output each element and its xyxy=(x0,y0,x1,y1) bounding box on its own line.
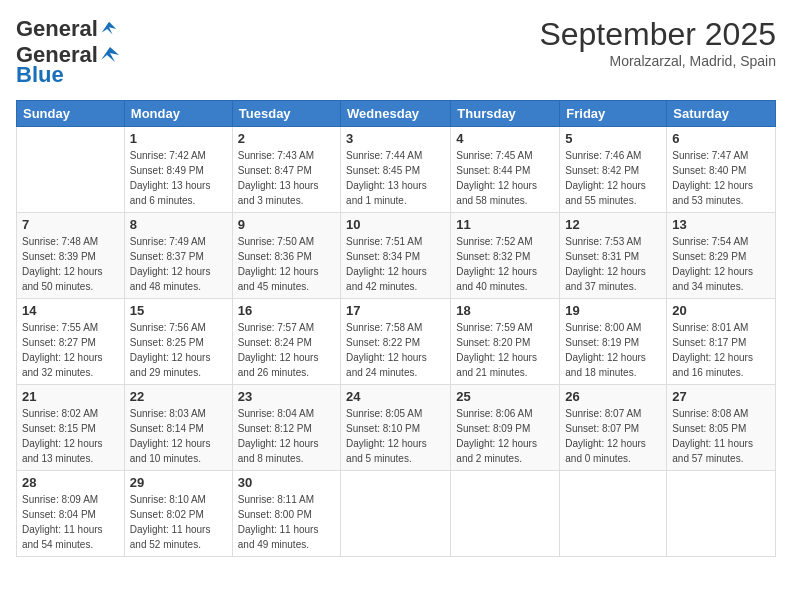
month-title: September 2025 xyxy=(539,16,776,53)
day-cell: 19 Sunrise: 8:00 AMSunset: 8:19 PMDaylig… xyxy=(560,299,667,385)
day-number: 11 xyxy=(456,217,554,232)
day-number: 9 xyxy=(238,217,335,232)
day-number: 18 xyxy=(456,303,554,318)
day-number: 26 xyxy=(565,389,661,404)
day-cell xyxy=(341,471,451,557)
day-number: 17 xyxy=(346,303,445,318)
logo-icon xyxy=(99,44,121,66)
day-number: 6 xyxy=(672,131,770,146)
day-info: Sunrise: 8:09 AMSunset: 8:04 PMDaylight:… xyxy=(22,492,119,552)
day-cell: 15 Sunrise: 7:56 AMSunset: 8:25 PMDaylig… xyxy=(124,299,232,385)
day-info: Sunrise: 8:02 AMSunset: 8:15 PMDaylight:… xyxy=(22,406,119,466)
day-number: 27 xyxy=(672,389,770,404)
day-info: Sunrise: 8:00 AMSunset: 8:19 PMDaylight:… xyxy=(565,320,661,380)
day-number: 3 xyxy=(346,131,445,146)
day-number: 29 xyxy=(130,475,227,490)
logo-general: General xyxy=(16,16,98,42)
day-cell: 2 Sunrise: 7:43 AMSunset: 8:47 PMDayligh… xyxy=(232,127,340,213)
week-row-3: 14 Sunrise: 7:55 AMSunset: 8:27 PMDaylig… xyxy=(17,299,776,385)
day-info: Sunrise: 7:53 AMSunset: 8:31 PMDaylight:… xyxy=(565,234,661,294)
day-cell: 3 Sunrise: 7:44 AMSunset: 8:45 PMDayligh… xyxy=(341,127,451,213)
header-monday: Monday xyxy=(124,101,232,127)
page-header: General General Blue September 2025 Mora… xyxy=(16,16,776,88)
day-cell: 14 Sunrise: 7:55 AMSunset: 8:27 PMDaylig… xyxy=(17,299,125,385)
day-number: 19 xyxy=(565,303,661,318)
week-row-4: 21 Sunrise: 8:02 AMSunset: 8:15 PMDaylig… xyxy=(17,385,776,471)
day-info: Sunrise: 7:47 AMSunset: 8:40 PMDaylight:… xyxy=(672,148,770,208)
day-number: 4 xyxy=(456,131,554,146)
calendar-table: SundayMondayTuesdayWednesdayThursdayFrid… xyxy=(16,100,776,557)
header-saturday: Saturday xyxy=(667,101,776,127)
day-info: Sunrise: 8:10 AMSunset: 8:02 PMDaylight:… xyxy=(130,492,227,552)
day-info: Sunrise: 8:04 AMSunset: 8:12 PMDaylight:… xyxy=(238,406,335,466)
logo: General General Blue xyxy=(16,16,121,88)
title-block: September 2025 Moralzarzal, Madrid, Spai… xyxy=(539,16,776,69)
week-row-2: 7 Sunrise: 7:48 AMSunset: 8:39 PMDayligh… xyxy=(17,213,776,299)
logo-text: General xyxy=(16,16,118,42)
header-wednesday: Wednesday xyxy=(341,101,451,127)
day-cell: 17 Sunrise: 7:58 AMSunset: 8:22 PMDaylig… xyxy=(341,299,451,385)
day-info: Sunrise: 7:57 AMSunset: 8:24 PMDaylight:… xyxy=(238,320,335,380)
day-cell: 4 Sunrise: 7:45 AMSunset: 8:44 PMDayligh… xyxy=(451,127,560,213)
day-cell xyxy=(560,471,667,557)
header-sunday: Sunday xyxy=(17,101,125,127)
day-info: Sunrise: 7:48 AMSunset: 8:39 PMDaylight:… xyxy=(22,234,119,294)
day-number: 13 xyxy=(672,217,770,232)
day-cell: 25 Sunrise: 8:06 AMSunset: 8:09 PMDaylig… xyxy=(451,385,560,471)
day-cell xyxy=(667,471,776,557)
day-cell: 26 Sunrise: 8:07 AMSunset: 8:07 PMDaylig… xyxy=(560,385,667,471)
week-row-1: 1 Sunrise: 7:42 AMSunset: 8:49 PMDayligh… xyxy=(17,127,776,213)
day-info: Sunrise: 8:01 AMSunset: 8:17 PMDaylight:… xyxy=(672,320,770,380)
location: Moralzarzal, Madrid, Spain xyxy=(539,53,776,69)
day-cell: 5 Sunrise: 7:46 AMSunset: 8:42 PMDayligh… xyxy=(560,127,667,213)
day-info: Sunrise: 7:52 AMSunset: 8:32 PMDaylight:… xyxy=(456,234,554,294)
day-info: Sunrise: 7:45 AMSunset: 8:44 PMDaylight:… xyxy=(456,148,554,208)
calendar-header-row: SundayMondayTuesdayWednesdayThursdayFrid… xyxy=(17,101,776,127)
day-cell: 16 Sunrise: 7:57 AMSunset: 8:24 PMDaylig… xyxy=(232,299,340,385)
day-info: Sunrise: 7:46 AMSunset: 8:42 PMDaylight:… xyxy=(565,148,661,208)
day-number: 21 xyxy=(22,389,119,404)
day-cell: 29 Sunrise: 8:10 AMSunset: 8:02 PMDaylig… xyxy=(124,471,232,557)
day-cell: 10 Sunrise: 7:51 AMSunset: 8:34 PMDaylig… xyxy=(341,213,451,299)
day-number: 1 xyxy=(130,131,227,146)
day-number: 12 xyxy=(565,217,661,232)
day-cell: 30 Sunrise: 8:11 AMSunset: 8:00 PMDaylig… xyxy=(232,471,340,557)
logo-bird-icon xyxy=(100,20,118,38)
day-cell: 11 Sunrise: 7:52 AMSunset: 8:32 PMDaylig… xyxy=(451,213,560,299)
day-info: Sunrise: 7:42 AMSunset: 8:49 PMDaylight:… xyxy=(130,148,227,208)
day-cell: 18 Sunrise: 7:59 AMSunset: 8:20 PMDaylig… xyxy=(451,299,560,385)
day-number: 16 xyxy=(238,303,335,318)
day-cell: 24 Sunrise: 8:05 AMSunset: 8:10 PMDaylig… xyxy=(341,385,451,471)
svg-marker-0 xyxy=(102,22,116,35)
svg-marker-1 xyxy=(101,47,119,62)
day-cell: 27 Sunrise: 8:08 AMSunset: 8:05 PMDaylig… xyxy=(667,385,776,471)
day-info: Sunrise: 8:11 AMSunset: 8:00 PMDaylight:… xyxy=(238,492,335,552)
day-cell: 13 Sunrise: 7:54 AMSunset: 8:29 PMDaylig… xyxy=(667,213,776,299)
day-cell: 21 Sunrise: 8:02 AMSunset: 8:15 PMDaylig… xyxy=(17,385,125,471)
day-number: 15 xyxy=(130,303,227,318)
header-tuesday: Tuesday xyxy=(232,101,340,127)
day-info: Sunrise: 8:07 AMSunset: 8:07 PMDaylight:… xyxy=(565,406,661,466)
day-number: 30 xyxy=(238,475,335,490)
day-number: 23 xyxy=(238,389,335,404)
day-info: Sunrise: 7:51 AMSunset: 8:34 PMDaylight:… xyxy=(346,234,445,294)
day-number: 2 xyxy=(238,131,335,146)
day-number: 24 xyxy=(346,389,445,404)
day-number: 14 xyxy=(22,303,119,318)
week-row-5: 28 Sunrise: 8:09 AMSunset: 8:04 PMDaylig… xyxy=(17,471,776,557)
day-info: Sunrise: 8:08 AMSunset: 8:05 PMDaylight:… xyxy=(672,406,770,466)
day-cell: 12 Sunrise: 7:53 AMSunset: 8:31 PMDaylig… xyxy=(560,213,667,299)
logo-blue-word: Blue xyxy=(16,62,64,88)
day-cell: 28 Sunrise: 8:09 AMSunset: 8:04 PMDaylig… xyxy=(17,471,125,557)
day-info: Sunrise: 7:43 AMSunset: 8:47 PMDaylight:… xyxy=(238,148,335,208)
day-info: Sunrise: 7:58 AMSunset: 8:22 PMDaylight:… xyxy=(346,320,445,380)
day-info: Sunrise: 7:59 AMSunset: 8:20 PMDaylight:… xyxy=(456,320,554,380)
day-info: Sunrise: 8:06 AMSunset: 8:09 PMDaylight:… xyxy=(456,406,554,466)
day-number: 20 xyxy=(672,303,770,318)
day-info: Sunrise: 7:56 AMSunset: 8:25 PMDaylight:… xyxy=(130,320,227,380)
day-info: Sunrise: 8:05 AMSunset: 8:10 PMDaylight:… xyxy=(346,406,445,466)
day-info: Sunrise: 7:54 AMSunset: 8:29 PMDaylight:… xyxy=(672,234,770,294)
header-thursday: Thursday xyxy=(451,101,560,127)
day-cell: 1 Sunrise: 7:42 AMSunset: 8:49 PMDayligh… xyxy=(124,127,232,213)
day-cell: 22 Sunrise: 8:03 AMSunset: 8:14 PMDaylig… xyxy=(124,385,232,471)
